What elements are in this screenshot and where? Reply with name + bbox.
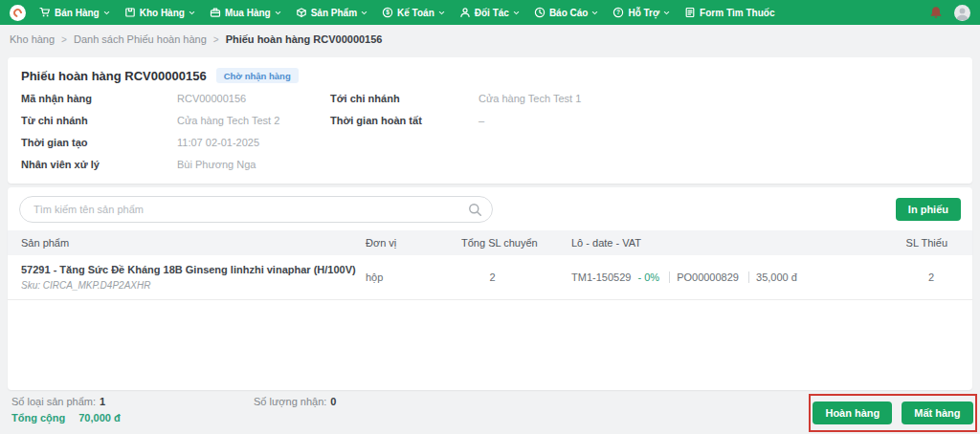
svg-text:$: $ <box>386 9 390 16</box>
field-value: 11:07 02-01-2025 <box>177 137 330 148</box>
nav-item-kho-hang[interactable]: Kho Hàng <box>124 7 195 18</box>
clock-icon <box>534 7 546 18</box>
field-label: Từ chi nhánh <box>21 115 177 126</box>
annotation-highlight-box: Hoàn hàng Mất hàng <box>809 394 977 432</box>
field-label: Nhân viên xử lý <box>21 159 177 170</box>
notification-bell-icon[interactable] <box>929 6 943 19</box>
svg-text:?: ? <box>616 9 620 15</box>
field-value: RCV00000156 <box>177 93 330 104</box>
table-row[interactable]: 57291 - Tăng Sức Đề Kháng 18B Ginseng li… <box>8 255 972 300</box>
breadcrumb-item-kho-hang[interactable]: Kho hàng <box>10 33 55 45</box>
user-avatar[interactable] <box>954 5 970 21</box>
lot-code: TM1-150529 <box>571 271 631 283</box>
receipt-info-card: Phiếu hoàn hàng RCV00000156 Chờ nhận hàn… <box>8 57 972 184</box>
received-value: 0 <box>330 396 336 407</box>
col-header-lot: Lô - date - VAT <box>571 237 873 249</box>
nav-right <box>929 5 970 21</box>
products-card: In phiếu Sản phẩm Đơn vị Tổng SL chuyển … <box>8 187 972 390</box>
field-label: Mã nhận hàng <box>21 93 177 104</box>
received-label: Số lượng nhận: <box>254 396 326 407</box>
chevron-down-icon <box>103 10 110 16</box>
price-value: 35,000 đ <box>748 271 797 283</box>
nav-item-ho-tro[interactable]: ? Hỗ Trợ <box>612 7 670 18</box>
app-logo[interactable] <box>10 5 26 21</box>
product-cell: 57291 - Tăng Sức Đề Kháng 18B Ginseng li… <box>21 264 366 291</box>
dollar-circle-icon: $ <box>382 7 393 18</box>
product-types-label: Số loại sản phẩm: <box>11 396 96 407</box>
top-nav: Bán Hàng Kho Hàng Mua Hàng Sản Phẩm $ Kế <box>0 0 980 25</box>
field-value: – <box>479 115 959 126</box>
nav-label: Kế Toán <box>397 8 434 18</box>
nav-label: Báo Cáo <box>549 8 589 18</box>
table-header: Sản phẩm Đơn vị Tổng SL chuyển Lô - date… <box>8 230 972 255</box>
nav-item-ke-toan[interactable]: $ Kế Toán <box>382 7 445 18</box>
nav-item-bao-cao[interactable]: Báo Cáo <box>534 7 599 18</box>
lot-cell: TM1-150529 - 0% PO00000829 35,000 đ <box>571 271 873 283</box>
nav-item-doi-tac[interactable]: Đối Tác <box>459 7 520 18</box>
nav-label: Sản Phẩm <box>311 8 357 18</box>
vat-value: - 0% <box>637 271 659 283</box>
search-wrap <box>19 196 493 223</box>
nav-label: Mua Hàng <box>225 8 271 18</box>
print-receipt-button[interactable]: In phiếu <box>896 198 961 221</box>
page-title: Phiếu hoàn hàng RCV00000156 <box>21 69 207 83</box>
field-label: Thời gian tạo <box>21 137 177 148</box>
chevron-down-icon <box>275 10 281 16</box>
nav-item-san-pham[interactable]: Sản Phẩm <box>296 7 368 18</box>
nav-label: Hỗ Trợ <box>628 8 659 18</box>
status-badge: Chờ nhận hàng <box>216 68 299 83</box>
chevron-down-icon <box>663 10 670 16</box>
breadcrumb-item-danh-sach[interactable]: Danh sách Phiếu hoàn hàng <box>74 33 207 45</box>
person-icon <box>459 7 471 18</box>
col-header-product: Sản phẩm <box>21 237 366 249</box>
nav-item-mua-hang[interactable]: Mua Hàng <box>210 7 281 18</box>
avatar-silhouette-icon <box>954 5 970 21</box>
unit-cell: hộp <box>366 271 461 283</box>
po-code: PO00000829 <box>669 271 739 283</box>
col-header-total-qty: Tổng SL chuyển <box>461 237 571 249</box>
form-icon <box>684 7 696 18</box>
field-value: Cửa hàng Tech Test 2 <box>177 115 330 126</box>
summary-left: Số loại sản phẩm:1 Tổng cộng70,000 đ <box>11 396 121 423</box>
col-header-unit: Đơn vị <box>366 237 461 249</box>
lost-goods-button[interactable]: Mất hàng <box>902 401 972 424</box>
chevron-down-icon <box>189 10 195 16</box>
field-value: Bùi Phương Nga <box>177 159 330 170</box>
missing-qty-cell: 2 <box>873 271 959 283</box>
chevron-down-icon <box>438 10 445 16</box>
summary-footer: Số loại sản phẩm:1 Tổng cộng70,000 đ Số … <box>0 390 980 434</box>
product-sku: Sku: CIRCA_MKP.D4P2AXHR <box>21 280 366 291</box>
total-qty-cell: 2 <box>461 271 571 283</box>
briefcase-icon <box>210 7 221 18</box>
nav-label: Bán Hàng <box>55 8 100 18</box>
logo-ring-icon <box>11 7 24 19</box>
breadcrumb-current: Phiếu hoàn hàng RCV00000156 <box>226 33 383 45</box>
col-header-missing: SL Thiếu <box>873 237 959 249</box>
breadcrumb-separator: > <box>213 34 219 45</box>
search-input[interactable] <box>19 196 493 223</box>
chevron-down-icon <box>591 10 598 16</box>
product-box-icon <box>296 7 307 18</box>
received-summary: Số lượng nhận:0 <box>254 396 336 407</box>
breadcrumb-separator: > <box>61 34 67 45</box>
breadcrumb: Kho hàng > Danh sách Phiếu hoàn hàng > P… <box>0 25 980 54</box>
cart-icon <box>39 7 51 18</box>
nav-item-form-tim-thuoc[interactable]: Form Tìm Thuốc <box>684 7 774 18</box>
field-label: Thời gian hoàn tất <box>330 115 479 126</box>
receipt-fields: Mã nhận hàng RCV00000156 Tới chi nhánh C… <box>8 91 972 172</box>
page: Bán Hàng Kho Hàng Mua Hàng Sản Phẩm $ Kế <box>0 0 980 434</box>
total-value: 70,000 đ <box>78 412 120 423</box>
field-label: Tới chi nhánh <box>330 93 479 104</box>
main-menu: Bán Hàng Kho Hàng Mua Hàng Sản Phẩm $ Kế <box>39 7 929 18</box>
search-icon <box>468 203 482 217</box>
field-value: Cửa hàng Tech Test 1 <box>479 93 959 104</box>
nav-label: Kho Hàng <box>140 8 185 18</box>
question-circle-icon: ? <box>612 7 624 18</box>
nav-item-ban-hang[interactable]: Bán Hàng <box>39 7 110 18</box>
warehouse-icon <box>124 7 136 18</box>
chevron-down-icon <box>513 10 520 16</box>
return-goods-button[interactable]: Hoàn hàng <box>813 401 892 424</box>
nav-label: Đối Tác <box>475 8 509 18</box>
product-types-value: 1 <box>100 396 105 407</box>
product-name: 57291 - Tăng Sức Đề Kháng 18B Ginseng li… <box>21 264 366 277</box>
